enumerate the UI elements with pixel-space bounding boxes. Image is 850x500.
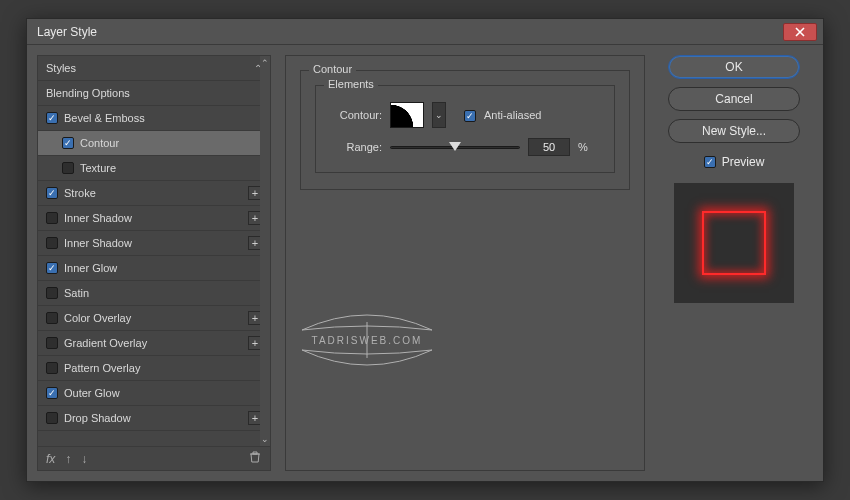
chevron-down-icon: ⌄ xyxy=(435,110,443,120)
cancel-button[interactable]: Cancel xyxy=(668,87,800,111)
sidebar-item-inner-shadow-2[interactable]: Inner Shadow + xyxy=(38,231,270,256)
sidebar-item-label: Color Overlay xyxy=(64,312,131,324)
contour-label: Contour: xyxy=(330,109,382,121)
sidebar-item-color-overlay[interactable]: Color Overlay + xyxy=(38,306,270,331)
range-label: Range: xyxy=(330,141,382,153)
sidebar-item-label: Blending Options xyxy=(46,87,130,99)
elements-legend: Elements xyxy=(324,78,378,90)
preview-label: Preview xyxy=(722,155,765,169)
scroll-up-icon[interactable]: ⌃ xyxy=(261,56,269,70)
sidebar-item-inner-glow[interactable]: Inner Glow xyxy=(38,256,270,281)
watermark-text: TADRISWEB.COM xyxy=(312,335,423,346)
sidebar-item-label: Texture xyxy=(80,162,116,174)
checkbox-icon[interactable] xyxy=(704,156,716,168)
styles-sidebar: Styles ⌃ Blending Options Bevel & Emboss… xyxy=(37,55,271,471)
anti-aliased-checkbox[interactable]: ✓ xyxy=(464,109,476,122)
contour-dropdown-button[interactable]: ⌄ xyxy=(432,102,446,128)
scroll-down-icon[interactable]: ⌄ xyxy=(261,432,269,446)
sidebar-item-pattern-overlay[interactable]: Pattern Overlay xyxy=(38,356,270,381)
styles-footer: fx ↑ ↓ xyxy=(38,446,270,470)
layer-style-dialog: Layer Style Styles ⌃ Blending Options Be… xyxy=(26,18,824,482)
sidebar-item-bevel-emboss[interactable]: Bevel & Emboss xyxy=(38,106,270,131)
sidebar-item-label: Satin xyxy=(64,287,89,299)
sidebar-item-label: Inner Glow xyxy=(64,262,117,274)
checkbox-icon[interactable] xyxy=(46,387,58,399)
sidebar-item-outer-glow[interactable]: Outer Glow xyxy=(38,381,270,406)
fx-menu-button[interactable]: fx xyxy=(46,452,55,466)
anti-aliased-label: Anti-aliased xyxy=(484,109,541,121)
close-icon xyxy=(795,27,805,37)
preview-toggle[interactable]: Preview xyxy=(704,155,765,169)
trash-icon[interactable] xyxy=(248,450,262,468)
ok-button[interactable]: OK xyxy=(668,55,800,79)
window-title: Layer Style xyxy=(37,25,97,39)
watermark: TADRISWEB.COM xyxy=(292,300,442,384)
range-input[interactable] xyxy=(528,138,570,156)
checkbox-icon[interactable] xyxy=(46,312,58,324)
panel-title: Contour xyxy=(309,63,356,75)
dialog-buttons: OK Cancel New Style... Preview xyxy=(659,55,809,471)
slider-thumb[interactable] xyxy=(449,142,461,151)
contour-panel: Contour Elements Contour: ⌄ ✓ Anti-alias… xyxy=(285,55,645,471)
styles-scrollbar[interactable]: ⌃ ⌄ xyxy=(260,56,270,446)
checkbox-icon[interactable] xyxy=(46,362,58,374)
styles-header-label: Styles xyxy=(46,62,76,74)
range-slider[interactable] xyxy=(390,146,520,149)
sidebar-item-label: Inner Shadow xyxy=(64,237,132,249)
sidebar-item-label: Contour xyxy=(80,137,119,149)
checkbox-icon[interactable] xyxy=(46,412,58,424)
sidebar-item-drop-shadow[interactable]: Drop Shadow + xyxy=(38,406,270,431)
move-up-button[interactable]: ↑ xyxy=(65,452,71,466)
checkbox-icon[interactable] xyxy=(46,212,58,224)
sidebar-item-satin[interactable]: Satin xyxy=(38,281,270,306)
preview-glow-rect xyxy=(702,211,766,275)
sidebar-item-label: Gradient Overlay xyxy=(64,337,147,349)
checkbox-icon[interactable] xyxy=(46,187,58,199)
sidebar-item-contour[interactable]: Contour xyxy=(38,131,270,156)
sidebar-item-label: Stroke xyxy=(64,187,96,199)
checkbox-icon[interactable] xyxy=(46,337,58,349)
contour-picker[interactable] xyxy=(390,102,424,128)
move-down-button[interactable]: ↓ xyxy=(81,452,87,466)
checkbox-icon[interactable] xyxy=(62,137,74,149)
sidebar-item-gradient-overlay[interactable]: Gradient Overlay + xyxy=(38,331,270,356)
checkbox-icon[interactable] xyxy=(46,237,58,249)
sidebar-item-blending-options[interactable]: Blending Options xyxy=(38,81,270,106)
sidebar-item-texture[interactable]: Texture xyxy=(38,156,270,181)
checkbox-icon[interactable] xyxy=(46,262,58,274)
new-style-button[interactable]: New Style... xyxy=(668,119,800,143)
close-button[interactable] xyxy=(783,23,817,41)
sidebar-item-inner-shadow[interactable]: Inner Shadow + xyxy=(38,206,270,231)
contour-fieldset: Contour Elements Contour: ⌄ ✓ Anti-alias… xyxy=(300,70,630,190)
styles-list: Styles ⌃ Blending Options Bevel & Emboss… xyxy=(38,56,270,446)
sidebar-item-label: Bevel & Emboss xyxy=(64,112,145,124)
checkbox-icon[interactable] xyxy=(46,287,58,299)
range-unit: % xyxy=(578,141,588,153)
styles-header[interactable]: Styles ⌃ xyxy=(38,56,270,81)
sidebar-item-label: Inner Shadow xyxy=(64,212,132,224)
sidebar-item-label: Drop Shadow xyxy=(64,412,131,424)
checkbox-icon[interactable] xyxy=(46,112,58,124)
elements-fieldset: Elements Contour: ⌄ ✓ Anti-aliased Range… xyxy=(315,85,615,173)
sidebar-item-label: Outer Glow xyxy=(64,387,120,399)
sidebar-item-label: Pattern Overlay xyxy=(64,362,140,374)
titlebar: Layer Style xyxy=(27,19,823,45)
sidebar-item-stroke[interactable]: Stroke + xyxy=(38,181,270,206)
checkbox-icon[interactable] xyxy=(62,162,74,174)
preview-thumbnail xyxy=(674,183,794,303)
